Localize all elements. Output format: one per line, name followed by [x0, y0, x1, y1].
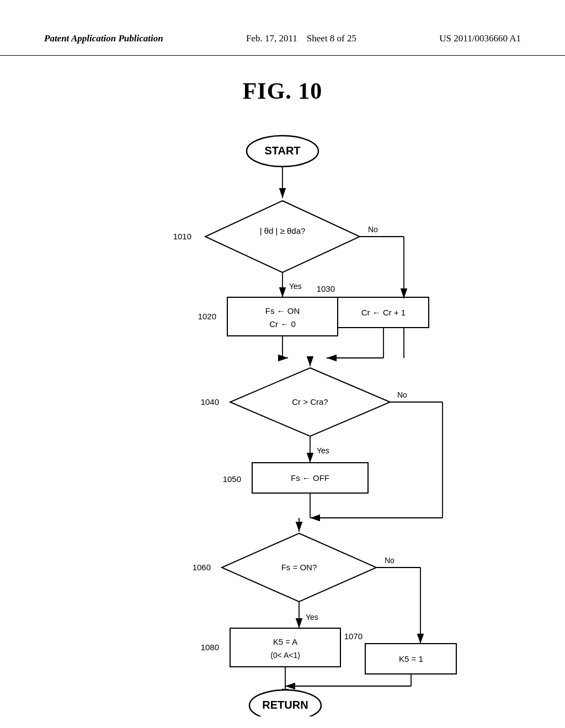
header-patent-number: US 2011/0036660 A1: [439, 33, 521, 44]
figure-title: FIG. 10: [0, 78, 565, 104]
label-1050: 1050: [223, 474, 241, 484]
node-1080-text-2: (0< A<1): [270, 651, 300, 660]
page-header: Patent Application Publication Feb. 17, …: [0, 0, 565, 56]
return-label: RETURN: [262, 699, 308, 711]
no-label-1040: No: [397, 390, 407, 399]
header-date: Feb. 17, 2011: [246, 33, 297, 44]
node-1010-text: | θd | ≥ θda?: [260, 226, 306, 235]
node-1050-text: Fs ← OFF: [291, 473, 329, 483]
svg-rect-27: [230, 628, 340, 667]
node-1020-text-1: Fs ← ON: [265, 306, 300, 315]
svg-rect-7: [227, 297, 338, 336]
label-1060: 1060: [193, 563, 211, 572]
header-date-sheet: Feb. 17, 2011 Sheet 8 of 25: [246, 33, 356, 44]
flowchart-diagram: START | θd | ≥ θda? 1010 Yes No Fs ← ON …: [89, 121, 476, 716]
start-label: START: [264, 144, 300, 157]
node-1070-text: K5 = 1: [399, 654, 423, 663]
node-1020-text-2: Cr ← 0: [269, 319, 296, 329]
node-1030-text: Cr ← Cr + 1: [361, 308, 406, 317]
label-1070: 1070: [344, 631, 363, 641]
flowchart-svg: START | θd | ≥ θda? 1010 Yes No Fs ← ON …: [89, 121, 476, 716]
yes-label-1060: Yes: [306, 613, 318, 622]
yes-label-1010: Yes: [289, 282, 302, 291]
no-label-1010: No: [368, 225, 378, 234]
yes-label-1040: Yes: [317, 446, 329, 455]
label-1030: 1030: [317, 284, 335, 293]
label-1040: 1040: [201, 397, 219, 406]
node-1040-text: Cr > Cra?: [292, 397, 328, 406]
label-1010: 1010: [173, 232, 191, 241]
node-1060-text: Fs = ON?: [281, 563, 317, 572]
node-1080-text-1: K5 = A: [273, 637, 298, 646]
no-label-1060: No: [385, 556, 395, 565]
header-sheet: Sheet 8 of 25: [307, 33, 356, 44]
label-1020: 1020: [198, 312, 216, 321]
svg-marker-3: [205, 201, 360, 272]
header-publication-title: Patent Application Publication: [44, 33, 163, 44]
label-1080: 1080: [201, 643, 219, 652]
